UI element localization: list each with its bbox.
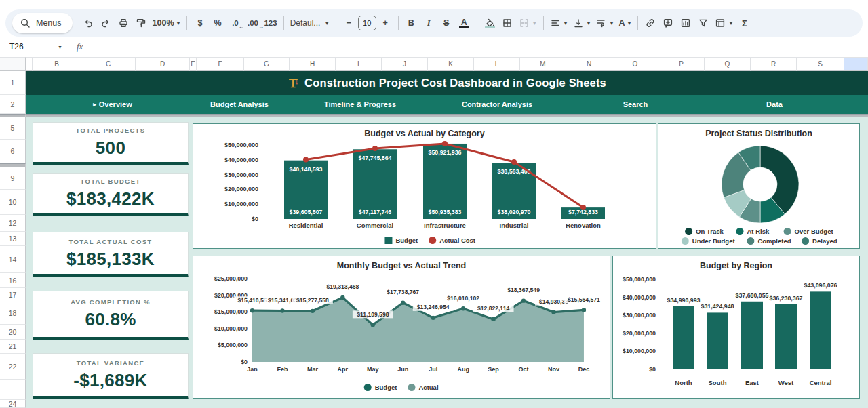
row-header[interactable]: 16	[0, 273, 26, 288]
nav-active-arrow-icon: ▸	[93, 101, 96, 108]
select-all-corner[interactable]	[0, 57, 26, 71]
decrease-font-size-button[interactable]: −	[340, 14, 357, 33]
bar-data-label: $47,117,746	[359, 209, 392, 216]
functions-button[interactable]: Σ	[736, 14, 753, 33]
formula-input[interactable]	[83, 37, 868, 57]
insert-chart-button[interactable]	[677, 14, 694, 33]
row-header[interactable]: 5	[0, 117, 26, 140]
font-size-input[interactable]: 10	[358, 16, 376, 30]
row-header[interactable]	[0, 380, 26, 400]
merge-cells-button[interactable]: ▼	[517, 14, 539, 33]
x-category-label: West	[778, 379, 794, 386]
text-rotation-button[interactable]: A▼	[616, 14, 633, 33]
decrease-decimal-button[interactable]: .0←	[226, 14, 243, 33]
row-header[interactable]: 14	[0, 246, 26, 273]
column-header[interactable]: L	[474, 58, 520, 71]
nav-tab-timeline-progress[interactable]: Timeline & Progress	[324, 95, 396, 114]
number-format-button[interactable]: 123	[262, 14, 279, 33]
row-header[interactable]: 17	[0, 288, 26, 302]
bar-data-label: $39,605,507	[290, 209, 323, 216]
row-header[interactable]: 20	[0, 325, 26, 340]
insert-comment-button[interactable]	[660, 14, 677, 33]
redo-button[interactable]	[98, 14, 115, 33]
legend-label: Budget	[395, 237, 418, 244]
print-button[interactable]	[115, 14, 132, 33]
column-header[interactable]: F	[197, 58, 244, 71]
bold-button[interactable]: B	[403, 14, 420, 33]
x-month-label: Sep	[488, 366, 499, 373]
column-header[interactable]	[26, 58, 33, 71]
row-header[interactable]: 24	[0, 400, 26, 408]
row-header[interactable]: 1	[0, 71, 26, 95]
column-header[interactable]: P	[658, 58, 705, 71]
format-percent-button[interactable]: %	[209, 14, 226, 33]
paint-format-button[interactable]	[133, 14, 150, 33]
chart-project-status-distribution[interactable]: Project Status Distribution On TrackAt R…	[658, 123, 860, 249]
merge-cells-icon	[519, 18, 530, 29]
region-bar	[810, 291, 831, 369]
x-category-label: Residential	[289, 222, 323, 229]
horizontal-align-button[interactable]: ▼	[548, 14, 570, 33]
text-wrap-button[interactable]: ▼	[593, 14, 616, 33]
nav-tab-data[interactable]: Data	[766, 95, 783, 114]
font-select[interactable]: Defaul...▼	[288, 14, 332, 33]
undo-button[interactable]	[80, 14, 97, 33]
row-headers: 125691012131416171820212224	[0, 71, 26, 408]
italic-button[interactable]: I	[420, 14, 437, 33]
increase-decimal-button[interactable]: .00→	[244, 14, 261, 33]
column-header[interactable]: M	[520, 58, 566, 71]
row-header[interactable]: 21	[0, 340, 26, 354]
chart-plot: $25,000,000$20,000,000$15,000,000$10,000…	[193, 256, 611, 399]
zoom-select[interactable]: 100%▼	[151, 14, 183, 33]
column-header[interactable]: O	[612, 58, 658, 71]
column-header[interactable]: K	[428, 58, 474, 71]
row-header[interactable]: 18	[0, 302, 26, 325]
name-box[interactable]: T26 ▼	[9, 42, 62, 52]
create-filter-button[interactable]	[695, 14, 712, 33]
column-header[interactable]: B	[33, 58, 81, 71]
divider	[398, 16, 399, 30]
y-tick-label: $0	[241, 359, 248, 365]
nav-tab-search[interactable]: Search	[623, 95, 648, 114]
column-header[interactable]: D	[136, 58, 190, 71]
column-header[interactable]: R	[751, 58, 797, 71]
menus-search[interactable]: Menus	[12, 13, 73, 33]
row-header[interactable]: 2	[0, 95, 26, 114]
point-data-label: $16,010,102	[447, 295, 479, 302]
nav-tab-overview[interactable]: ▸Overview	[93, 95, 132, 114]
row-header[interactable]: 6	[0, 140, 26, 163]
nav-tab-contractor-analysis[interactable]: Contractor Analysis	[462, 95, 532, 114]
row-header[interactable]: 12	[0, 215, 26, 232]
chart-budget-vs-actual-category[interactable]: Budget vs Actual by Category $50,000,000…	[193, 123, 656, 249]
active-cell-ref: T26	[9, 42, 24, 52]
row-header[interactable]: 13	[0, 232, 26, 246]
column-header[interactable]	[844, 58, 868, 71]
column-header[interactable]: G	[244, 58, 290, 71]
x-category-label: Industrial	[500, 222, 529, 229]
format-currency-button[interactable]: $	[191, 14, 208, 33]
row-header[interactable]: 10	[0, 190, 26, 215]
borders-button[interactable]	[499, 14, 516, 33]
row-header[interactable]: 9	[0, 167, 26, 190]
column-header[interactable]: Q	[705, 58, 751, 71]
redo-icon	[100, 18, 112, 29]
column-header[interactable]: H	[290, 58, 336, 71]
column-header[interactable]: C	[81, 58, 136, 71]
column-header[interactable]: I	[336, 58, 382, 71]
column-header[interactable]: N	[566, 58, 612, 71]
chart-budget-by-region[interactable]: Budget by Region $50,000,000$40,000,000$…	[612, 256, 860, 399]
increase-font-size-button[interactable]: +	[377, 14, 394, 33]
y-tick-label: $30,000,000	[224, 171, 258, 178]
chart-monthly-budget-vs-actual-trend[interactable]: Monthly Budget vs Actual Trend $25,000,0…	[193, 256, 610, 399]
insert-link-button[interactable]	[642, 14, 659, 33]
fill-color-button[interactable]	[481, 14, 498, 33]
text-color-button[interactable]: A	[456, 14, 473, 33]
column-header[interactable]: E	[190, 58, 197, 71]
nav-tab-budget-analysis[interactable]: Budget Analysis	[210, 95, 269, 114]
table-views-button[interactable]: ▼	[713, 14, 735, 33]
row-header[interactable]: 22	[0, 354, 26, 380]
vertical-align-button[interactable]: ▼	[571, 14, 593, 33]
column-header[interactable]: J	[382, 58, 428, 71]
column-header[interactable]: S	[797, 58, 844, 71]
strikethrough-button[interactable]: S	[438, 14, 455, 33]
